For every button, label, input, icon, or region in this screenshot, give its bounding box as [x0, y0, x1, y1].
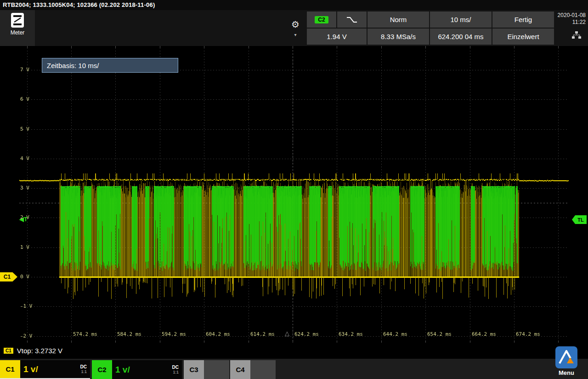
trigger-source-badge: C2 [315, 16, 328, 23]
time-axis-label: 644.2 ms [383, 331, 407, 337]
acquisition-mode-button[interactable]: Einzelwert [492, 29, 554, 45]
device-info: RTB2004; 1333.1005K04; 102366 (02.202 20… [3, 1, 155, 8]
falling-edge-icon [345, 16, 358, 24]
timebase-label: 10 ms/ [450, 16, 471, 23]
trigger-mode-label: Norm [390, 16, 407, 23]
trigger-level-label: 1.94 V [327, 33, 346, 40]
measurement-channel-badge: C1 [4, 348, 13, 354]
trigger-position-marker: △ [285, 330, 289, 337]
titlebar: RTB2004; 1333.1005K04; 102366 (02.202 20… [0, 0, 588, 10]
trigger-info-grid: C2 Norm 10 ms/ Fertig 1.94 V 8.33 MSa/s [307, 11, 554, 45]
trigger-mode-button[interactable]: Norm [368, 11, 429, 28]
settings-gear-button[interactable]: ⚙ ▾ [289, 19, 301, 38]
waveform-area[interactable]: Zeitbasis: 10 ms/ C1 ◀T TL △ 7 V6 V5 V4 … [0, 46, 588, 343]
waveform-canvas [0, 46, 588, 343]
voltage-axis-label: -2 V [20, 333, 33, 339]
acquisition-status-label: Fertig [514, 16, 532, 23]
time-axis-label: 664.2 ms [472, 331, 496, 337]
voltage-axis-label: 6 V [20, 96, 29, 102]
voltage-axis-label: -1 V [20, 303, 33, 309]
channel-probe-c2: 1:1 [173, 370, 179, 375]
rs-logo [555, 346, 578, 369]
voltage-axis-label: 4 V [20, 155, 29, 161]
trigger-position-display[interactable]: 624.200 04 ms [430, 29, 492, 45]
channel-tile-c1[interactable]: C1 1 v/ DC 1:1 [0, 360, 90, 379]
menu-button[interactable]: Menu [552, 346, 581, 376]
toolbar: Meter ⚙ ▾ C2 Norm 10 ms/ Fertig [0, 10, 588, 46]
time-axis-label: 634.2 ms [339, 331, 363, 337]
channel-scale-c1: 1 v/ [23, 364, 38, 374]
lan-icon [571, 31, 582, 41]
chevron-down-icon: ▾ [289, 32, 301, 38]
channel-coupling-c1: DC [80, 364, 87, 369]
gear-icon: ⚙ [289, 19, 301, 29]
channel-bar: C1 1 v/ DC 1:1 C2 1 v/ DC 1:1 C3 [0, 359, 588, 379]
channel-coupling-c2: DC [172, 365, 179, 370]
measurement-value: Vtop: 3.2732 V [17, 347, 62, 355]
trigger-level-button[interactable]: 1.94 V [307, 29, 367, 45]
channel-badge-c3: C3 [184, 360, 204, 379]
meter-label: Meter [11, 29, 25, 36]
channel-probe-c1: 1:1 [81, 369, 87, 374]
sample-rate-display[interactable]: 8.33 MSa/s [368, 29, 429, 45]
timebase-button[interactable]: 10 ms/ [430, 11, 492, 28]
timebase-popup: Zeitbasis: 10 ms/ [42, 58, 178, 73]
voltage-axis-label: 3 V [20, 185, 29, 191]
channel-tile-c2[interactable]: C2 1 v/ DC 1:1 [92, 360, 182, 379]
time-axis-label: 584.2 ms [117, 331, 141, 337]
trigger-source-button[interactable]: C2 [307, 11, 336, 28]
time-axis-label: 654.2 ms [427, 331, 452, 337]
sample-rate-label: 8.33 MSa/s [381, 33, 416, 40]
channel-tile-c3[interactable]: C3 [184, 360, 229, 379]
trigger-slope-button[interactable] [337, 11, 367, 28]
voltage-axis-label: 5 V [20, 126, 29, 132]
time-axis-label: 674.2 ms [516, 331, 540, 337]
timebase-popup-text: Zeitbasis: 10 ms/ [47, 62, 99, 69]
meter-button[interactable]: Meter [0, 10, 35, 46]
acquisition-mode-label: Einzelwert [507, 33, 539, 40]
datetime: 2020-01-08 11:22 [558, 12, 586, 26]
channel-tile-c4[interactable]: C4 [230, 360, 276, 379]
measurement-bar: C1 Vtop: 3.2732 V [0, 343, 588, 359]
time-label: 11:22 [558, 19, 586, 26]
acquisition-status-button[interactable]: Fertig [492, 11, 554, 28]
time-axis-label: 614.2 ms [250, 331, 275, 337]
voltage-axis-label: 2 V [20, 214, 29, 220]
trigger-position-label: 624.200 04 ms [438, 33, 483, 40]
channel-badge-c1: C1 [0, 360, 20, 378]
oscilloscope-screen: RTB2004; 1333.1005K04; 102366 (02.202 20… [0, 0, 588, 379]
voltage-axis-label: 1 V [20, 244, 29, 250]
time-axis-label: 604.2 ms [206, 331, 230, 337]
time-axis-label: 574.2 ms [73, 331, 97, 337]
channel-badge-c2: C2 [92, 360, 112, 379]
time-axis-label: 594.2 ms [162, 331, 186, 337]
menu-label: Menu [559, 369, 574, 376]
channel-scale-c2: 1 v/ [115, 365, 130, 375]
channel-badge-c4: C4 [230, 360, 250, 379]
voltage-axis-label: 0 V [20, 274, 29, 280]
time-axis-label: 624.2 ms [294, 331, 319, 337]
date-label: 2020-01-08 [558, 12, 586, 19]
voltage-axis-label: 7 V [20, 67, 29, 73]
meter-icon [11, 12, 24, 28]
